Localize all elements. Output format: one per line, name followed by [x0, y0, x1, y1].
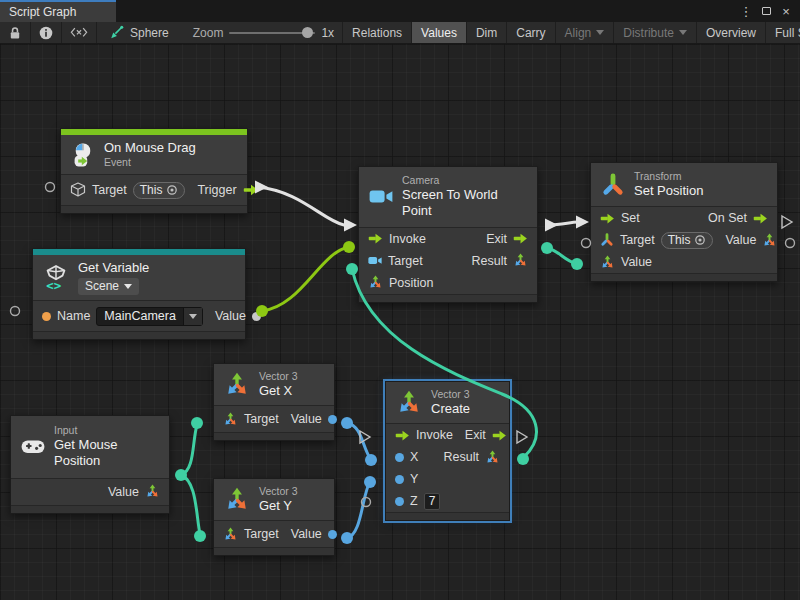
vector3-icon[interactable] — [762, 233, 777, 248]
info-button[interactable] — [31, 22, 62, 43]
wire-variable-to-camera-target[interactable] — [262, 247, 349, 311]
vector3-icon[interactable] — [223, 412, 238, 427]
transform-port-icon[interactable] — [600, 233, 614, 247]
flow-arrowhead — [576, 216, 589, 229]
node-get-y[interactable]: Vector 3 Get Y Target Value — [213, 478, 335, 556]
zoom-slider[interactable] — [229, 32, 315, 34]
vector3-icon[interactable] — [145, 484, 160, 499]
wire-endpoint[interactable] — [341, 532, 353, 544]
node-get-x[interactable]: Vector 3 Get X Target Value — [213, 363, 335, 441]
node-title: Get Mouse Position — [54, 437, 159, 470]
tab-script-graph[interactable]: Script Graph — [0, 0, 116, 22]
align-dropdown[interactable]: Align — [556, 22, 615, 43]
chevron-down-icon — [679, 30, 687, 35]
wire-endpoint[interactable] — [541, 242, 553, 254]
flow-arrow-icon[interactable] — [395, 428, 410, 443]
unconnected-port-target[interactable] — [46, 183, 55, 192]
node-on-mouse-drag[interactable]: On Mouse Drag Event Target This Trigger — [60, 128, 248, 214]
wire-endpoint[interactable] — [194, 530, 206, 542]
code-preview-button[interactable] — [62, 22, 97, 43]
vector3-icon[interactable] — [368, 275, 383, 290]
value-port[interactable] — [328, 530, 337, 539]
node-category: Vector 3 — [259, 485, 298, 498]
flow-arrow-icon[interactable] — [600, 211, 615, 226]
wire-result-to-value[interactable] — [547, 248, 577, 264]
zoom-control: Zoom 1x — [179, 22, 343, 43]
vector3-icon[interactable] — [600, 255, 615, 270]
node-category: Camera — [402, 174, 527, 187]
unconnected-port-name[interactable] — [11, 307, 20, 316]
dim-button[interactable]: Dim — [467, 22, 507, 43]
value-out-port-label: Value — [725, 233, 756, 247]
graph-target-label[interactable]: Sphere — [130, 22, 179, 43]
graph-canvas[interactable]: On Mouse Drag Event Target This Trigger — [0, 44, 800, 600]
value-port[interactable] — [252, 312, 261, 321]
transform-icon — [601, 173, 625, 197]
unconnected-port-z[interactable] — [362, 498, 371, 507]
flow-arrow-icon[interactable] — [368, 231, 383, 246]
wire-endpoint[interactable] — [571, 258, 583, 270]
value-port[interactable] — [328, 415, 337, 424]
node-title: Get Y — [259, 498, 298, 514]
vector3-icon[interactable] — [223, 527, 238, 542]
node-set-position[interactable]: Transform Set Position Set On Set — [590, 162, 778, 282]
target-icon — [694, 234, 706, 246]
camera-port-icon[interactable] — [368, 255, 382, 266]
wire-endpoint[interactable] — [175, 469, 187, 481]
wire-exit-to-set[interactable] — [548, 222, 578, 225]
fullscreen-button[interactable]: Full Screen — [766, 22, 800, 43]
maximize-icon[interactable] — [758, 3, 774, 19]
target-port-label: Target — [92, 183, 127, 197]
lock-button[interactable] — [0, 22, 31, 43]
wire-endpoint[interactable] — [365, 454, 377, 466]
wire-endpoint[interactable] — [364, 476, 376, 488]
x-port[interactable] — [395, 453, 404, 462]
node-vector3-create[interactable]: Vector 3 Create Invoke Exit X — [385, 381, 510, 521]
wire-mouse-to-getx[interactable] — [181, 425, 197, 475]
variable-scope-dropdown[interactable]: Scene — [78, 278, 139, 295]
carry-button[interactable]: Carry — [507, 22, 555, 43]
target-this-chip[interactable]: This — [133, 182, 186, 199]
node-category: Input — [54, 424, 159, 437]
unconnected-flow-onset[interactable] — [782, 216, 792, 228]
unconnected-port-value[interactable] — [786, 239, 795, 248]
z-port[interactable] — [395, 497, 404, 506]
z-value-field[interactable]: 7 — [424, 493, 441, 510]
svg-text:<>: <> — [46, 279, 61, 291]
wire-endpoint[interactable] — [191, 417, 203, 429]
wire-getx-to-x[interactable] — [347, 423, 370, 458]
kebab-menu-icon[interactable]: ⋮ — [738, 3, 754, 19]
close-icon[interactable]: × — [778, 3, 794, 19]
wire-endpoint[interactable] — [343, 241, 355, 253]
value-port-label: Value — [108, 485, 139, 499]
zoom-slider-handle[interactable] — [302, 27, 313, 38]
flow-arrow-icon[interactable] — [753, 211, 768, 226]
vector3-icon[interactable] — [513, 253, 528, 268]
node-category: Transform — [634, 170, 703, 183]
node-get-variable[interactable]: <> Get Variable Scene Name MainCamera — [32, 248, 246, 340]
values-button[interactable]: Values — [412, 22, 467, 43]
variable-name-dropdown[interactable]: MainCamera — [96, 307, 203, 326]
wire-mouse-to-gety[interactable] — [181, 475, 200, 534]
flow-arrow-icon[interactable] — [243, 182, 259, 198]
gamepad-icon — [21, 438, 45, 455]
wire-trigger-to-invoke[interactable] — [258, 187, 344, 225]
distribute-dropdown[interactable]: Distribute — [614, 22, 697, 43]
overview-button[interactable]: Overview — [697, 22, 766, 43]
name-port[interactable] — [42, 312, 51, 321]
wire-endpoint[interactable] — [517, 453, 529, 465]
y-port-label: Y — [410, 472, 418, 486]
flow-arrow-icon[interactable] — [513, 231, 528, 246]
node-get-mouse-position[interactable]: Input Get Mouse Position Value — [10, 415, 170, 514]
relations-button[interactable]: Relations — [343, 22, 412, 43]
unconnected-flow-invoke[interactable] — [360, 431, 370, 443]
flow-arrow-icon[interactable] — [492, 428, 507, 443]
wire-gety-to-y[interactable] — [347, 482, 370, 538]
wire-endpoint[interactable] — [341, 417, 353, 429]
node-screen-to-world-point[interactable]: Camera Screen To World Point Invoke Exit — [358, 166, 538, 303]
y-port[interactable] — [395, 475, 404, 484]
vector3-icon[interactable] — [485, 450, 500, 465]
wire-endpoint[interactable] — [346, 263, 358, 275]
unconnected-flow-exit[interactable] — [517, 431, 527, 443]
target-this-chip[interactable]: This — [661, 232, 714, 249]
